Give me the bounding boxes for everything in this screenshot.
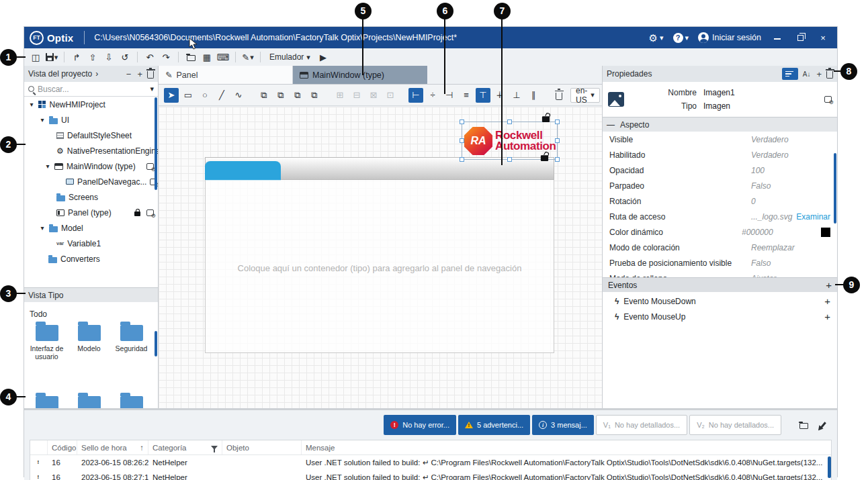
events-section-header[interactable]: Eventos + (603, 277, 837, 292)
property-row[interactable]: Rotación 0 (603, 193, 837, 209)
locale-select[interactable]: en-US ▾ (570, 88, 600, 103)
property-row[interactable]: Opacidad 100 (603, 162, 837, 178)
restore-button[interactable] (790, 30, 810, 46)
align-center-vertical-button[interactable]: ÷ (425, 88, 440, 103)
build-button[interactable]: ▦ (200, 50, 214, 64)
undo-button[interactable]: ↶ (142, 50, 157, 64)
clear-log-button[interactable] (814, 416, 832, 434)
send-to-back-button[interactable]: ⧉ (307, 88, 322, 103)
export-button[interactable]: ↱ (69, 50, 84, 64)
size-to-fit-button[interactable]: ⊡ (383, 88, 398, 103)
size-to-width-button[interactable]: ⊞ (333, 88, 347, 103)
property-row-path[interactable]: Ruta de acceso ..._logo.svg Examinar (603, 209, 837, 224)
property-row[interactable]: Prueba de posicionamiento visible Falso (603, 255, 837, 271)
tree-item-screens[interactable]: Screens (24, 189, 158, 205)
tree-item-project[interactable]: ▾ NewHMIProject (24, 97, 158, 112)
selection-handle[interactable] (555, 138, 560, 143)
search-input[interactable] (38, 85, 146, 94)
event-row-mousedown[interactable]: ϟ Evento MouseDown + (603, 293, 837, 309)
tree-item-defaultstylesheet[interactable]: DefaultStyleSheet (24, 128, 158, 143)
emulator-select[interactable]: Emulador ▾ (265, 51, 314, 63)
bring-forward-button[interactable]: ⧉ (273, 88, 288, 103)
property-row[interactable]: Parpadeo Falso (603, 178, 837, 193)
expand-icon[interactable]: ▾ (39, 224, 46, 232)
property-row[interactable]: Habilitado Verdadero (603, 147, 837, 162)
property-row-color[interactable]: Color dinámico #000000 (603, 224, 837, 240)
settings-menu-button[interactable]: ⚙ ▾ (646, 31, 667, 45)
collapse-all-button[interactable]: − (125, 70, 133, 79)
event-row-mouseup[interactable]: ϟ Evento MouseUp + (603, 309, 837, 324)
type-item-ui[interactable]: Interfaz de usuario (26, 325, 68, 361)
open-folder-button[interactable] (183, 50, 198, 64)
tree-item-ui[interactable]: ▾ UI (24, 112, 158, 128)
ellipse-tool-button[interactable]: ○ (198, 88, 212, 103)
download-button[interactable]: ⇩ (101, 50, 116, 64)
add-handler-button[interactable]: + (824, 311, 830, 322)
pen-tool-button[interactable]: ✎ ▾ (241, 50, 255, 64)
align-middle-button[interactable]: ≡ (459, 88, 474, 103)
selection-handle[interactable] (460, 157, 464, 162)
log-row[interactable]: 16 2023-06-15 08:27:16 NetHelper User .N… (30, 470, 831, 480)
align-bottom-button[interactable]: ⊥ (509, 88, 524, 103)
open-log-folder-button[interactable] (795, 416, 812, 434)
log-col-category[interactable]: Categoría (148, 440, 222, 454)
item-settings-icon[interactable] (146, 209, 154, 216)
name-value[interactable]: Imagen1 (703, 88, 735, 97)
log-row[interactable]: 16 2023-06-15 08:26:20... NetHelper User… (30, 455, 831, 470)
design-canvas[interactable]: Coloque aquí un contenedor (tipo) para a… (159, 107, 602, 408)
size-to-grid-button[interactable]: ⊠ (366, 88, 381, 103)
add-handler-button[interactable]: + (824, 295, 830, 307)
send-backward-button[interactable]: ⧉ (290, 88, 305, 103)
add-event-button[interactable]: + (826, 279, 832, 291)
tree-item-model[interactable]: ▾ Model (24, 220, 158, 236)
log-col-time[interactable]: Sello de hora↑ (77, 440, 148, 454)
selection-handle[interactable] (507, 119, 512, 124)
filter-properties-button[interactable] (782, 68, 798, 80)
polyline-tool-button[interactable]: ∿ (231, 88, 246, 103)
tree-item-converters[interactable]: Converters (24, 251, 158, 267)
history-button[interactable]: ↺ (118, 50, 132, 64)
selection-handle[interactable] (555, 119, 560, 124)
tab-mainwindow[interactable]: MainWindow (type) (293, 66, 427, 84)
log-col-object[interactable]: Objeto (222, 440, 302, 454)
element-settings-icon[interactable] (824, 96, 832, 103)
run-button[interactable]: ▶ (316, 50, 331, 64)
distribute-horizontal-button[interactable]: ∔ (492, 88, 507, 103)
delete-element-button[interactable] (552, 88, 566, 103)
bring-to-front-button[interactable]: ⧉ (257, 88, 271, 103)
filter-funnel-icon[interactable] (211, 446, 218, 450)
delete-property-button[interactable] (826, 71, 833, 79)
minimize-button[interactable] (767, 30, 787, 46)
navigation-panel-dropzone[interactable]: Coloque aquí un contenedor (tipo) para a… (205, 180, 554, 353)
expand-icon[interactable]: ▾ (44, 162, 51, 170)
properties-scrollbar[interactable] (834, 153, 836, 224)
selected-image-element[interactable]: RA Rockwell Automation (462, 122, 558, 160)
log-col-code[interactable]: Código (48, 440, 77, 454)
panel-layout-button[interactable]: ◫ (28, 50, 43, 64)
sort-az-button[interactable]: A↓ (801, 70, 812, 79)
property-row[interactable]: Visible Verdadero (603, 132, 837, 147)
verbose2-filter-button[interactable]: V₂ No hay detallados... (689, 415, 781, 435)
save-button[interactable]: ▾ (44, 50, 59, 64)
sort-ascending-icon[interactable]: ↑ (140, 444, 144, 452)
tab-panel[interactable]: ✎ Panel (159, 66, 293, 84)
unlock-icon[interactable] (542, 116, 550, 122)
close-button[interactable]: × (813, 30, 833, 46)
warnings-filter-button[interactable]: 5 advertenci... (458, 415, 530, 435)
type-view-filter[interactable]: Todo (24, 303, 52, 322)
selection-handle[interactable] (507, 157, 512, 162)
help-menu-button[interactable]: ? ▾ (670, 31, 693, 45)
tree-scrollbar[interactable] (155, 97, 157, 190)
unlock-icon[interactable] (541, 155, 548, 161)
tree-item-panel-type[interactable]: Panel (type) (24, 205, 158, 220)
log-col-message[interactable]: Mensaje (302, 440, 831, 454)
verbose1-filter-button[interactable]: V₁ No hay detallados... (596, 415, 687, 435)
type-view-scrollbar[interactable] (155, 331, 157, 356)
selection-handle[interactable] (460, 138, 464, 143)
type-item-model[interactable]: Modelo (68, 325, 110, 361)
add-property-button[interactable]: + (815, 70, 823, 79)
expand-icon[interactable]: ▾ (39, 116, 46, 124)
align-left-button[interactable]: ⊢ (408, 88, 423, 103)
browse-link[interactable]: Examinar (796, 212, 830, 222)
aspect-section-header[interactable]: — Aspecto (603, 117, 837, 132)
